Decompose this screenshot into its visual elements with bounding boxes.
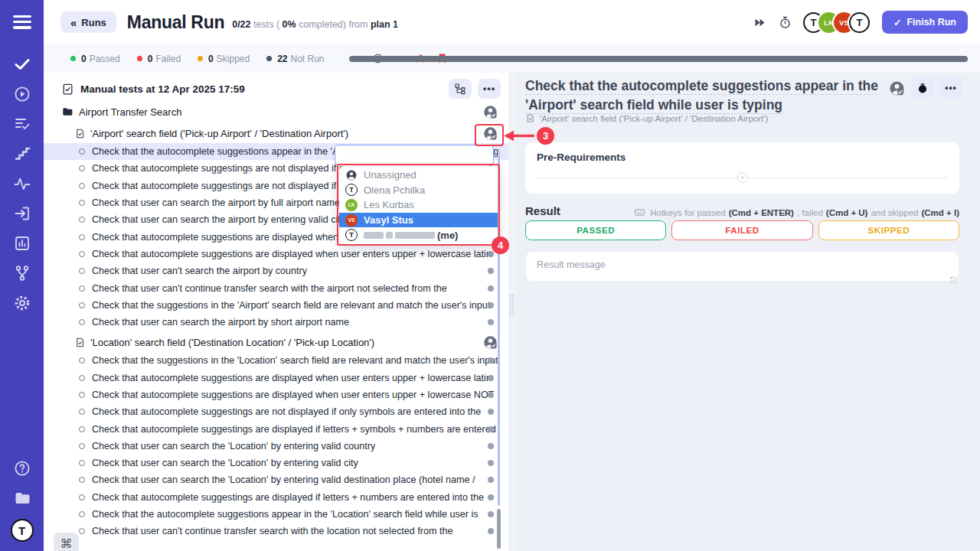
command-palette-button[interactable]: ⌘ [54, 533, 79, 551]
result-message-input[interactable] [525, 251, 959, 282]
passed-button[interactable]: PASSED [525, 220, 666, 240]
suite-row[interactable]: 'Airport' search field ('Pick-up Airport… [44, 123, 508, 143]
test-row[interactable]: Check that autocomplete suggestings are … [44, 489, 508, 506]
panel-resize-divider[interactable] [508, 73, 515, 551]
test-row[interactable]: Check that user can't continue transfer … [44, 279, 508, 296]
test-row[interactable]: Check that autocomplete suggestings are … [44, 403, 508, 420]
tests-check-icon[interactable] [13, 55, 31, 73]
skipped-button[interactable]: SKIPPED [818, 220, 959, 240]
run-play-icon[interactable] [13, 85, 31, 103]
folder-icon [61, 106, 74, 118]
test-status-circle-icon [79, 409, 85, 415]
branches-icon[interactable] [13, 264, 31, 282]
collapse-toggle-icon[interactable] [737, 172, 748, 183]
menu-icon[interactable] [13, 12, 31, 32]
test-status-circle-icon [79, 511, 85, 517]
test-title: Check that autocomplete suggestions are … [92, 249, 492, 259]
hotkeys-hint: Hotkeys for passed(Cmd + ENTER) , failed… [634, 207, 959, 218]
help-icon[interactable] [13, 459, 31, 478]
projects-folder-icon[interactable] [13, 489, 31, 507]
test-detail-title[interactable]: Check that the autocomplete suggestions … [525, 77, 887, 115]
test-row[interactable]: Check that user can search the 'Location… [44, 438, 508, 455]
passed-dot [70, 56, 76, 61]
folder-name: Airport Transfer Search [79, 106, 181, 118]
assign-user-icon[interactable] [888, 80, 906, 97]
panel-more-button[interactable]: ••• [478, 79, 501, 99]
test-notrun-dot [488, 302, 494, 308]
back-to-runs-button[interactable]: « Runs [60, 11, 116, 33]
suite-name: 'Location' search field ('Destination Lo… [90, 337, 374, 348]
test-status-circle-icon [79, 268, 85, 274]
test-notrun-dot [488, 409, 494, 415]
steps-icon[interactable] [13, 145, 31, 163]
test-row[interactable]: Check that the suggestions in the 'Airpo… [44, 297, 508, 314]
test-row[interactable]: Check that user can search the 'Location… [44, 455, 508, 471]
pre-requirements-label: Pre-Requirements [537, 152, 626, 163]
test-row[interactable]: Check that user can't continue transfer … [44, 523, 508, 540]
run-meta: 0/22 tests ( 0% completed) from plan 1 [232, 19, 398, 30]
tree-view-button[interactable] [449, 79, 472, 99]
test-plans-icon[interactable] [13, 115, 31, 133]
analytics-pulse-icon[interactable] [13, 174, 31, 193]
assign-user-icon[interactable] [482, 104, 498, 120]
fast-forward-icon[interactable] [753, 15, 767, 30]
failed-button[interactable]: FAILED [671, 220, 812, 240]
drag-grip-icon[interactable] [509, 294, 514, 317]
test-title: Check that the suggestions in the 'Locat… [92, 355, 498, 366]
suite-row[interactable]: 'Location' search field ('Destination Lo… [44, 332, 508, 352]
run-progress-bar [349, 56, 968, 62]
finish-run-button[interactable]: ✓ Finish Run [882, 11, 968, 34]
section-divider [537, 178, 948, 178]
test-row[interactable]: Check that user can search the airport b… [44, 314, 508, 331]
assign-user-icon[interactable] [482, 334, 498, 350]
tests-scrollbar-thumb-bottom[interactable] [497, 509, 501, 549]
timer-bomb-button[interactable] [911, 77, 934, 99]
suite-name: 'Airport' search field ('Pick-up Airport… [90, 128, 348, 139]
annotation-box-4 [337, 164, 500, 246]
run-group-title: Manual tests at 12 Apr 2025 17:59 [80, 83, 245, 95]
test-status-circle-icon [79, 234, 85, 240]
test-notrun-dot [488, 426, 494, 432]
test-row[interactable]: Check that the suggestions in the 'Locat… [44, 352, 508, 369]
passed-count: 0Passed [70, 54, 120, 64]
test-notrun-dot [488, 268, 494, 274]
annotation-arrow-3 [502, 128, 537, 144]
test-row[interactable]: Check that autocomplete suggestions are … [44, 246, 508, 262]
test-row[interactable]: Check that autocomplete suggestions are … [44, 386, 508, 403]
test-title: Check that autocomplete suggestings are … [92, 406, 481, 417]
test-notrun-dot [488, 528, 494, 534]
test-row[interactable]: Check that the autocomplete suggestions … [44, 506, 508, 523]
test-notrun-dot [488, 477, 494, 483]
run-assignee-avatars: T LK VS T [803, 12, 870, 33]
test-title: Check that user can search the airport b… [92, 214, 345, 225]
test-row[interactable]: Check that autocomplete suggestings are … [44, 420, 508, 437]
timer-icon[interactable] [778, 15, 792, 30]
page-header: « Runs Manual Run 0/22 tests ( 0% comple… [44, 0, 980, 44]
test-title: Check that user can't continue transfer … [92, 283, 447, 294]
assignee-search-input[interactable] [335, 145, 494, 165]
test-row[interactable]: Check that user can't search the airport… [44, 262, 508, 279]
test-title: Check that user can search the 'Location… [92, 458, 358, 468]
detail-more-button[interactable]: ••• [939, 77, 962, 99]
import-icon[interactable] [13, 204, 31, 223]
reports-chart-icon[interactable] [13, 234, 31, 253]
test-title: Check that autocomplete suggestions are … [92, 390, 494, 400]
settings-gear-icon[interactable] [13, 294, 31, 312]
test-suite-icon [525, 113, 535, 123]
test-status-circle-icon [79, 302, 85, 308]
test-title: Check that autocomplete suggestings are … [92, 424, 496, 435]
test-row[interactable]: Check that user can search the 'Location… [44, 471, 508, 488]
checklist-icon [61, 83, 74, 96]
test-title: Check that autocomplete suggestions are … [92, 373, 492, 383]
resize-grip-icon[interactable] [950, 276, 957, 283]
test-title: Check that autocomplete suggestings are … [92, 181, 350, 191]
more-icon: ••• [483, 86, 496, 92]
test-notrun-dot [488, 494, 494, 500]
profile-avatar[interactable]: T [11, 519, 34, 542]
test-row[interactable]: Check that autocomplete suggestions are … [44, 370, 508, 386]
back-chevron-icon: « [70, 16, 77, 29]
test-status-circle-icon [79, 477, 85, 483]
test-status-circle-icon [79, 426, 85, 432]
folder-row[interactable]: Airport Transfer Search [44, 102, 508, 122]
avatar[interactable]: T [849, 12, 870, 33]
